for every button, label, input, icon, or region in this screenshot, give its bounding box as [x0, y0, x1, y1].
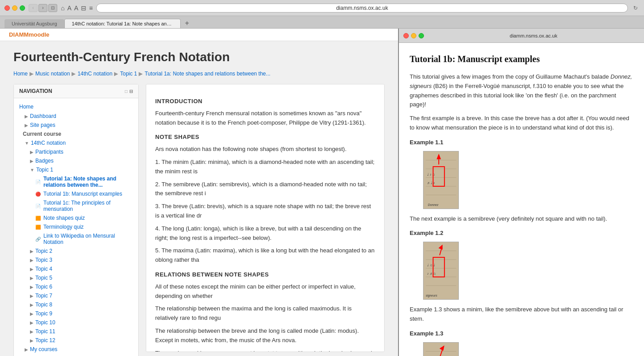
note-shapes-heading: NOTE SHAPES [155, 133, 375, 142]
popup-example2-label: Example 1.2 [410, 229, 633, 238]
nav-topic5[interactable]: ▶ Topic 5 [14, 273, 138, 282]
list-icon[interactable]: ≡ [89, 4, 93, 12]
breadcrumb-14thc[interactable]: 14thC notation [77, 71, 112, 77]
nav-topic1[interactable]: ▼ Topic 1 [14, 165, 138, 174]
font-small-icon[interactable]: A [67, 4, 71, 12]
nav-topic7[interactable]: ▶ Topic 7 [14, 291, 138, 300]
tab-notation[interactable]: 14thC notation: Tutorial 1a: Note shapes… [64, 19, 181, 28]
popup-content: Tutorial 1b: Manuscript examples This tu… [399, 43, 644, 356]
nav-dock-icon[interactable]: ⊟ [129, 89, 133, 94]
font-large-icon[interactable]: A [74, 4, 78, 12]
popup-traffic-lights [403, 33, 424, 38]
maximize-button[interactable] [20, 5, 25, 11]
relations-p1: All of these notes except the minim can … [155, 282, 375, 301]
breadcrumb-home[interactable]: Home [13, 71, 28, 77]
navigation-box: NAVIGATION □ ⊟ Home ▶ Dashboard [13, 84, 139, 356]
nav-topic9[interactable]: ▶ Topic 9 [14, 309, 138, 318]
nav-topic6[interactable]: ▶ Topic 6 [14, 282, 138, 291]
popup-maximize-button[interactable] [419, 33, 424, 38]
nav-topic4[interactable]: ▶ Topic 4 [14, 264, 138, 273]
popup-first-example: The first example is a breve. In this ca… [410, 114, 633, 133]
breadcrumb-music-notation[interactable]: Music notation [35, 71, 70, 77]
note-shapes-p1: Ars nova notation has the following note… [155, 145, 375, 154]
nav-topic8[interactable]: ▶ Topic 8 [14, 300, 138, 309]
minimize-button[interactable] [12, 5, 17, 11]
nav-tutorial1b[interactable]: 🔴 Tutorial 1b: Manuscript examples [14, 189, 138, 198]
popup-example3-label: Example 1.3 [410, 329, 633, 339]
item5: 5. The maxima (Latin: maxima), which is … [155, 246, 375, 265]
nav-tutorial1a[interactable]: 📄 Tutorial 1a: Note shapes and relations… [14, 174, 138, 189]
nav-dashboard[interactable]: ▶ Dashboard [14, 112, 138, 121]
item2: 2. The semibreve (Latin: semibrevis), wh… [155, 180, 375, 199]
svg-rect-0 [424, 151, 458, 208]
popup-manuscript-img-3: ♫ ♩ ♪ ♩ ♫ ♬ [423, 342, 459, 356]
navigation-title: NAVIGATION [19, 88, 52, 94]
main-content-area: INTRODUCTION Fourteenth-century French m… [146, 84, 385, 352]
nav-terminology-quiz[interactable]: 🟧 Terminology quiz [14, 222, 138, 231]
breadcrumb-tutorial1a[interactable]: Tutorial 1a: Note shapes and relations b… [144, 71, 270, 77]
nav-badges[interactable]: ▶ Badges [14, 156, 138, 165]
intro-p1: Fourteenth-century French mensural notat… [155, 109, 375, 128]
breve-long: The relationship between the breve and t… [155, 327, 375, 345]
nav-collapse-icon[interactable]: □ [125, 89, 127, 94]
nav-participants[interactable]: ▶ Participants [14, 147, 138, 156]
nav-topic2[interactable]: ▶ Topic 2 [14, 247, 138, 255]
svg-text:♪ ♬ ♫: ♪ ♬ ♫ [427, 272, 436, 276]
nav-topic11[interactable]: ▶ Topic 11 [14, 327, 138, 336]
navigation-header: NAVIGATION □ ⊟ [14, 84, 138, 98]
sidebar: NAVIGATION □ ⊟ Home ▶ Dashboard [13, 84, 139, 356]
popup-pane: diamm.nsms.ox.ac.uk Tutorial 1b: Manuscr… [398, 29, 644, 356]
svg-text:♬ ♩ ♪: ♬ ♩ ♪ [427, 181, 435, 185]
tab-bar: Universität Augsburg 14thC notation: Tut… [0, 16, 644, 29]
nav-home[interactable]: Home [14, 102, 138, 112]
popup-example3-intro: Example 1.3 shows a minim, like the semi… [410, 305, 633, 324]
print-icon[interactable]: ⊟ [81, 4, 86, 12]
popup-title: Tutorial 1b: Manuscript examples [410, 52, 633, 66]
browser-chrome: ‹ › ⊡ ⌂ A A ⊟ ≡ diamm.nsms.ox.ac.uk ↻ [0, 0, 644, 16]
motet-tenors: The maxima and long are rare except in m… [155, 349, 375, 352]
popup-address: diamm.nsms.ox.ac.uk [428, 33, 640, 38]
popup-chrome: diamm.nsms.ox.ac.uk [399, 29, 644, 43]
svg-text:signeurs: signeurs [426, 294, 437, 297]
nav-note-shapes-quiz[interactable]: 🟧 Note shapes quiz [14, 214, 138, 222]
svg-text:♩ ♪ ♫: ♩ ♪ ♫ [427, 172, 435, 176]
nav-course[interactable]: ▼ 14thC notation [14, 138, 138, 147]
nav-site-pages[interactable]: ▶ Site pages [14, 121, 138, 130]
back-button[interactable]: ‹ [29, 4, 38, 12]
nav-topic3[interactable]: ▶ Topic 3 [14, 255, 138, 264]
item1: 1. The minim (Latin: minima), which is a… [155, 158, 375, 176]
main-browser: DIAMMmoodle Fourteenth-Century French No… [0, 29, 644, 356]
nav-tutorial1c[interactable]: 📄 Tutorial 1c: The principles of mensura… [14, 198, 138, 214]
home-icon[interactable]: ⌂ [61, 4, 64, 12]
popup-manuscript-img-2: ♩ ♫ ♩ ♪ ♬ ♫ signeurs [423, 242, 459, 300]
relations-heading: RELATIONS BETWEEN NOTE SHAPES [155, 270, 375, 280]
address-bar[interactable]: diamm.nsms.ox.ac.uk [96, 4, 628, 13]
moodle-pane: DIAMMmoodle Fourteenth-Century French No… [0, 29, 398, 356]
popup-next-example: The next example is a semibreve (very de… [410, 214, 633, 224]
popup-example1-label: Example 1.1 [410, 138, 633, 147]
svg-text:Donnez: Donnez [428, 203, 439, 206]
intro-heading: INTRODUCTION [155, 97, 375, 106]
nav-my-courses[interactable]: ▶ My courses [14, 345, 138, 354]
window-button[interactable]: ⊡ [48, 4, 57, 12]
item3: 3. The breve (Latin: brevis), which is a… [155, 202, 375, 221]
maxima-long: The relationship between the maxima and … [155, 304, 375, 323]
tab-add-button[interactable]: + [182, 18, 192, 28]
tab-augsburg[interactable]: Universität Augsburg [4, 19, 64, 28]
page-title: Fourteenth-Century French Notation [13, 50, 385, 64]
popup-intro: This tutorial gives a few images from th… [410, 72, 633, 109]
nav-topic10[interactable]: ▶ Topic 10 [14, 318, 138, 327]
reload-button[interactable]: ↻ [631, 4, 640, 12]
popup-manuscript-img-1: ♩ ♪ ♫ ♬ ♩ ♪ Donnez [423, 151, 459, 209]
popup-minimize-button[interactable] [411, 33, 416, 38]
moodle-header: DIAMMmoodle [0, 29, 398, 41]
nav-topic12[interactable]: ▶ Topic 12 [14, 336, 138, 345]
close-button[interactable] [4, 5, 10, 11]
svg-text:♩ ♫ ♩: ♩ ♫ ♩ [427, 263, 435, 267]
breadcrumb-topic1[interactable]: Topic 1 [120, 71, 137, 77]
navigation-content: Home ▶ Dashboard ▶ Site pages Current co… [14, 98, 138, 356]
forward-button[interactable]: › [38, 4, 47, 12]
popup-close-button[interactable] [403, 33, 409, 38]
traffic-lights [4, 5, 25, 11]
nav-link-wikipedia[interactable]: 🔗 Link to Wikipedia on Mensural Notation [14, 231, 138, 247]
